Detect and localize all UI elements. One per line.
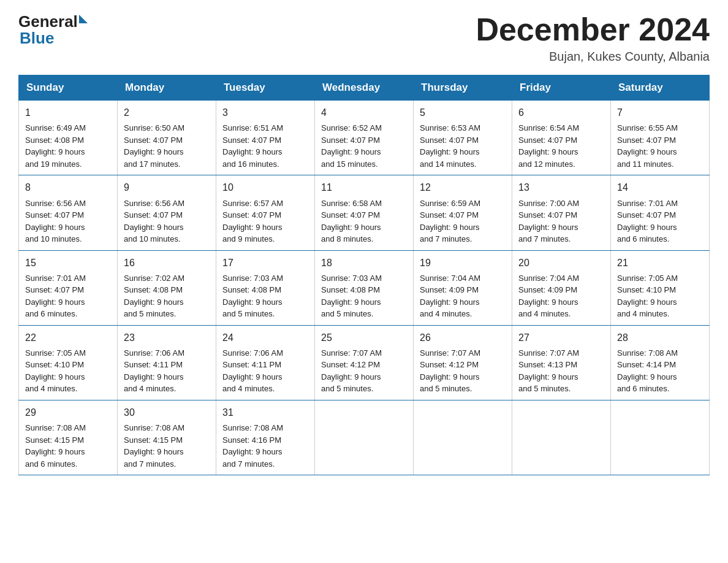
day-info: Sunrise: 6:59 AM Sunset: 4:07 PM Dayligh… (420, 197, 506, 245)
day-info: Sunrise: 7:03 AM Sunset: 4:08 PM Dayligh… (222, 272, 308, 320)
day-number: 19 (420, 256, 506, 270)
day-number: 18 (321, 256, 407, 270)
calendar-table: Sunday Monday Tuesday Wednesday Thursday… (18, 75, 710, 475)
location-label: Bujan, Kukes County, Albania (476, 50, 710, 64)
table-row: 30 Sunrise: 7:08 AM Sunset: 4:15 PM Dayl… (118, 400, 216, 475)
day-number: 14 (617, 180, 703, 194)
table-row: 3 Sunrise: 6:51 AM Sunset: 4:07 PM Dayli… (216, 101, 315, 175)
day-number: 24 (222, 331, 308, 345)
day-info: Sunrise: 6:55 AM Sunset: 4:07 PM Dayligh… (617, 122, 703, 170)
day-info: Sunrise: 7:08 AM Sunset: 4:15 PM Dayligh… (25, 422, 111, 470)
header-wednesday: Wednesday (315, 75, 414, 101)
day-number: 17 (222, 256, 308, 270)
month-title: December 2024 (476, 12, 710, 47)
day-number: 2 (124, 105, 210, 120)
day-number: 30 (124, 405, 210, 419)
day-number: 15 (25, 256, 111, 270)
day-number: 10 (222, 180, 308, 194)
day-info: Sunrise: 6:54 AM Sunset: 4:07 PM Dayligh… (518, 122, 604, 170)
day-number: 5 (420, 105, 506, 120)
day-info: Sunrise: 7:02 AM Sunset: 4:08 PM Dayligh… (124, 272, 210, 320)
table-row: 17 Sunrise: 7:03 AM Sunset: 4:08 PM Dayl… (216, 250, 315, 325)
calendar-week-5: 29 Sunrise: 7:08 AM Sunset: 4:15 PM Dayl… (19, 400, 710, 475)
day-number: 9 (124, 180, 210, 194)
table-row: 28 Sunrise: 7:08 AM Sunset: 4:14 PM Dayl… (611, 325, 710, 400)
day-info: Sunrise: 7:08 AM Sunset: 4:16 PM Dayligh… (222, 422, 308, 470)
day-number: 25 (321, 331, 407, 345)
table-row: 14 Sunrise: 7:01 AM Sunset: 4:07 PM Dayl… (611, 175, 710, 250)
day-info: Sunrise: 7:04 AM Sunset: 4:09 PM Dayligh… (420, 272, 506, 320)
day-number: 28 (617, 331, 703, 345)
day-number: 16 (124, 256, 210, 270)
table-row: 12 Sunrise: 6:59 AM Sunset: 4:07 PM Dayl… (414, 175, 512, 250)
day-info: Sunrise: 7:07 AM Sunset: 4:12 PM Dayligh… (420, 347, 506, 395)
page-header: General Blue December 2024 Bujan, Kukes … (18, 12, 710, 64)
header-sunday: Sunday (19, 75, 118, 101)
day-number: 26 (420, 331, 506, 345)
day-info: Sunrise: 6:52 AM Sunset: 4:07 PM Dayligh… (321, 122, 407, 170)
day-info: Sunrise: 7:04 AM Sunset: 4:09 PM Dayligh… (518, 272, 604, 320)
table-row: 1 Sunrise: 6:49 AM Sunset: 4:08 PM Dayli… (19, 101, 118, 175)
table-row (512, 400, 611, 475)
header-friday: Friday (512, 75, 611, 101)
day-info: Sunrise: 7:06 AM Sunset: 4:11 PM Dayligh… (222, 347, 308, 395)
table-row: 23 Sunrise: 7:06 AM Sunset: 4:11 PM Dayl… (118, 325, 216, 400)
day-info: Sunrise: 6:51 AM Sunset: 4:07 PM Dayligh… (222, 122, 308, 170)
day-info: Sunrise: 7:00 AM Sunset: 4:07 PM Dayligh… (518, 197, 604, 245)
day-info: Sunrise: 7:05 AM Sunset: 4:10 PM Dayligh… (25, 347, 111, 395)
header-monday: Monday (118, 75, 216, 101)
table-row: 25 Sunrise: 7:07 AM Sunset: 4:12 PM Dayl… (315, 325, 414, 400)
day-info: Sunrise: 7:07 AM Sunset: 4:13 PM Dayligh… (518, 347, 604, 395)
table-row: 6 Sunrise: 6:54 AM Sunset: 4:07 PM Dayli… (512, 101, 611, 175)
day-number: 22 (25, 331, 111, 345)
day-number: 8 (25, 180, 111, 194)
calendar-week-3: 15 Sunrise: 7:01 AM Sunset: 4:07 PM Dayl… (19, 250, 710, 325)
day-info: Sunrise: 6:56 AM Sunset: 4:07 PM Dayligh… (25, 197, 111, 245)
table-row: 4 Sunrise: 6:52 AM Sunset: 4:07 PM Dayli… (315, 101, 414, 175)
table-row: 10 Sunrise: 6:57 AM Sunset: 4:07 PM Dayl… (216, 175, 315, 250)
day-number: 12 (420, 180, 506, 194)
table-row: 31 Sunrise: 7:08 AM Sunset: 4:16 PM Dayl… (216, 400, 315, 475)
header-tuesday: Tuesday (216, 75, 315, 101)
logo-blue-text: Blue (18, 29, 54, 48)
day-number: 29 (25, 405, 111, 419)
table-row: 8 Sunrise: 6:56 AM Sunset: 4:07 PM Dayli… (19, 175, 118, 250)
day-number: 21 (617, 256, 703, 270)
table-row: 29 Sunrise: 7:08 AM Sunset: 4:15 PM Dayl… (19, 400, 118, 475)
day-number: 23 (124, 331, 210, 345)
day-number: 7 (617, 105, 703, 120)
table-row: 2 Sunrise: 6:50 AM Sunset: 4:07 PM Dayli… (118, 101, 216, 175)
day-info: Sunrise: 7:01 AM Sunset: 4:07 PM Dayligh… (617, 197, 703, 245)
day-number: 4 (321, 105, 407, 120)
day-info: Sunrise: 6:50 AM Sunset: 4:07 PM Dayligh… (124, 122, 210, 170)
day-info: Sunrise: 7:07 AM Sunset: 4:12 PM Dayligh… (321, 347, 407, 395)
table-row (315, 400, 414, 475)
day-info: Sunrise: 7:01 AM Sunset: 4:07 PM Dayligh… (25, 272, 111, 320)
day-info: Sunrise: 6:56 AM Sunset: 4:07 PM Dayligh… (124, 197, 210, 245)
calendar-week-4: 22 Sunrise: 7:05 AM Sunset: 4:10 PM Dayl… (19, 325, 710, 400)
day-info: Sunrise: 7:06 AM Sunset: 4:11 PM Dayligh… (124, 347, 210, 395)
table-row: 13 Sunrise: 7:00 AM Sunset: 4:07 PM Dayl… (512, 175, 611, 250)
title-block: December 2024 Bujan, Kukes County, Alban… (476, 12, 710, 64)
table-row: 11 Sunrise: 6:58 AM Sunset: 4:07 PM Dayl… (315, 175, 414, 250)
table-row: 24 Sunrise: 7:06 AM Sunset: 4:11 PM Dayl… (216, 325, 315, 400)
day-number: 3 (222, 105, 308, 120)
table-row: 20 Sunrise: 7:04 AM Sunset: 4:09 PM Dayl… (512, 250, 611, 325)
table-row: 18 Sunrise: 7:03 AM Sunset: 4:08 PM Dayl… (315, 250, 414, 325)
table-row: 15 Sunrise: 7:01 AM Sunset: 4:07 PM Dayl… (19, 250, 118, 325)
day-info: Sunrise: 7:05 AM Sunset: 4:10 PM Dayligh… (617, 272, 703, 320)
table-row: 21 Sunrise: 7:05 AM Sunset: 4:10 PM Dayl… (611, 250, 710, 325)
table-row: 19 Sunrise: 7:04 AM Sunset: 4:09 PM Dayl… (414, 250, 512, 325)
day-info: Sunrise: 7:08 AM Sunset: 4:14 PM Dayligh… (617, 347, 703, 395)
table-row (611, 400, 710, 475)
day-number: 13 (518, 180, 604, 194)
header-thursday: Thursday (414, 75, 512, 101)
day-number: 11 (321, 180, 407, 194)
table-row: 7 Sunrise: 6:55 AM Sunset: 4:07 PM Dayli… (611, 101, 710, 175)
day-number: 6 (518, 105, 604, 120)
calendar-week-1: 1 Sunrise: 6:49 AM Sunset: 4:08 PM Dayli… (19, 101, 710, 175)
table-row: 5 Sunrise: 6:53 AM Sunset: 4:07 PM Dayli… (414, 101, 512, 175)
table-row: 22 Sunrise: 7:05 AM Sunset: 4:10 PM Dayl… (19, 325, 118, 400)
table-row: 26 Sunrise: 7:07 AM Sunset: 4:12 PM Dayl… (414, 325, 512, 400)
logo: General Blue (18, 12, 88, 48)
